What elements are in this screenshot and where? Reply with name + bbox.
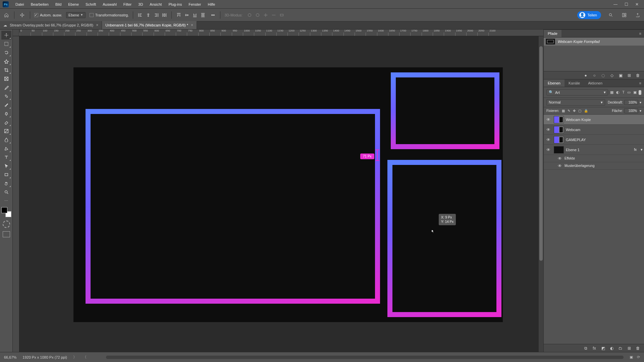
timeline-icon[interactable]: ▣: [630, 355, 633, 359]
screen-mode-toggle[interactable]: [3, 231, 10, 237]
distribute-h-icon[interactable]: [161, 12, 167, 18]
align-right-icon[interactable]: [153, 12, 159, 18]
doc-tab-2[interactable]: Unbenannt-1 bei 66,7% (Webcam Kopie, RGB…: [102, 21, 197, 29]
zoom-level[interactable]: 66,67%: [4, 355, 16, 359]
quick-select-tool[interactable]: [1, 57, 11, 66]
fill-path-icon[interactable]: ●: [583, 73, 588, 78]
auto-select-checkbox[interactable]: Autom. ausw.: [34, 13, 62, 17]
menu-schrift[interactable]: Schrift: [82, 1, 99, 8]
lasso-tool[interactable]: [1, 48, 11, 57]
sync-icon[interactable]: ⟳: [637, 355, 640, 359]
frame-webcam-kopie[interactable]: [387, 160, 501, 317]
link-layers-icon[interactable]: ⧉: [583, 346, 588, 351]
clone-stamp-tool[interactable]: [1, 109, 11, 118]
delete-layer-icon[interactable]: 🗑: [635, 346, 641, 351]
type-tool[interactable]: [1, 153, 11, 162]
vertical-ruler[interactable]: [13, 36, 19, 352]
effects-header[interactable]: 👁 Effekte: [544, 155, 644, 162]
tab-paths[interactable]: Pfade: [544, 30, 561, 37]
vertical-scrollbar[interactable]: [539, 36, 543, 352]
tab-layers[interactable]: Ebenen: [544, 79, 565, 87]
lock-artboard-icon[interactable]: ▢: [578, 109, 581, 113]
new-path-icon[interactable]: ⊞: [627, 73, 632, 78]
search-icon[interactable]: [607, 11, 614, 19]
eyedropper-tool[interactable]: [1, 83, 11, 92]
chevron-left-icon[interactable]: 〈: [83, 355, 87, 360]
lock-pixels-icon[interactable]: ▦: [562, 109, 565, 113]
layer-filter-select[interactable]: 🔍 Art ▾: [546, 89, 608, 96]
layer-row[interactable]: 👁 GAMEPLAY: [544, 135, 644, 145]
menu-bild[interactable]: Bild: [52, 1, 65, 8]
healing-tool[interactable]: [1, 92, 11, 101]
filter-adjust-icon[interactable]: ◐: [616, 90, 620, 95]
visibility-toggle[interactable]: 👁: [557, 156, 562, 161]
align-bottom-icon[interactable]: [192, 12, 198, 18]
lock-brush-icon[interactable]: ✎: [568, 109, 570, 113]
menu-3d[interactable]: 3D: [135, 1, 146, 8]
window-close[interactable]: ✕: [632, 1, 642, 8]
share-button[interactable]: 👤 Teilen: [577, 11, 601, 19]
panel-menu-icon[interactable]: ≡: [637, 81, 644, 85]
fx-badge[interactable]: fx: [634, 148, 637, 152]
doc-info[interactable]: 1920 Px x 1080 Px (72 ppi): [22, 355, 67, 359]
eraser-tool[interactable]: [1, 118, 11, 127]
edit-toolbar[interactable]: ⋯: [1, 196, 11, 205]
add-mask-icon[interactable]: ▣: [618, 73, 623, 78]
menu-ansicht[interactable]: Ansicht: [146, 1, 165, 8]
marquee-tool[interactable]: [1, 40, 11, 48]
selection-to-path-icon[interactable]: ◇: [609, 73, 614, 78]
fg-color[interactable]: [1, 207, 7, 213]
doc-tab-1[interactable]: ☁ Stream Overlay.psdc bei 66,7% (Gruppe …: [0, 21, 102, 29]
hand-tool[interactable]: [1, 179, 11, 188]
filter-shape-icon[interactable]: ▭: [627, 90, 631, 95]
fx-icon[interactable]: fx: [592, 346, 597, 351]
new-layer-icon[interactable]: ⊞: [627, 346, 632, 351]
frame-webcam[interactable]: [391, 72, 499, 149]
menu-fenster[interactable]: Fenster: [185, 1, 204, 8]
align-top-icon[interactable]: [176, 12, 182, 18]
visibility-toggle[interactable]: 👁: [545, 137, 552, 142]
filter-toggle[interactable]: [639, 90, 641, 95]
blur-tool[interactable]: [1, 135, 11, 144]
pen-tool[interactable]: [1, 144, 11, 153]
menu-ebene[interactable]: Ebene: [65, 1, 82, 8]
more-align-icon[interactable]: [210, 12, 216, 18]
home-icon[interactable]: [3, 11, 10, 19]
chevron-down-icon[interactable]: ▾: [640, 101, 641, 104]
crop-tool[interactable]: [1, 66, 11, 74]
transform-controls-checkbox[interactable]: Transformationsstrg.: [90, 13, 129, 17]
frame-tool[interactable]: [1, 74, 11, 83]
quick-mask-toggle[interactable]: [3, 221, 10, 228]
menu-hilfe[interactable]: Hilfe: [204, 1, 218, 8]
visibility-toggle[interactable]: 👁: [557, 164, 562, 168]
artboard[interactable]: [73, 67, 503, 322]
panel-menu-icon[interactable]: ≡: [637, 32, 644, 36]
chevron-down-icon[interactable]: ▾: [641, 147, 643, 152]
tab-channels[interactable]: Kanäle: [565, 79, 584, 87]
close-icon[interactable]: ×: [191, 23, 193, 27]
blend-mode-select[interactable]: Normal ▾: [546, 99, 605, 106]
menu-plugins[interactable]: Plug-ins: [165, 1, 185, 8]
distribute-v-icon[interactable]: [200, 12, 206, 18]
menu-bearbeiten[interactable]: Bearbeiten: [28, 1, 52, 8]
path-to-selection-icon[interactable]: ◌: [600, 73, 606, 78]
adjustment-layer-icon[interactable]: ◐: [609, 346, 614, 351]
lock-all-icon[interactable]: 🔒: [584, 109, 588, 113]
menu-filter[interactable]: Filter: [120, 1, 135, 8]
workspace-icon[interactable]: [621, 11, 628, 19]
delete-path-icon[interactable]: 🗑: [635, 73, 641, 78]
horizontal-scrollbar[interactable]: [106, 356, 624, 359]
layer-row[interactable]: 👁 Webcam Kopie: [544, 115, 644, 125]
auto-select-target[interactable]: Ebene ▼: [66, 12, 86, 18]
effect-item[interactable]: 👁 Musterüberlagerung: [544, 162, 644, 170]
horizontal-ruler[interactable]: 0501001502002503003504004505005506006507…: [19, 29, 543, 36]
chevron-right-icon[interactable]: 〉: [73, 355, 77, 360]
fg-bg-colors[interactable]: [1, 207, 11, 217]
path-select-tool[interactable]: [1, 162, 11, 170]
export-icon[interactable]: [634, 11, 641, 19]
close-icon[interactable]: ×: [96, 23, 98, 27]
move-tool-icon[interactable]: [18, 11, 26, 19]
layer-row[interactable]: 👁 Webcam: [544, 125, 644, 135]
window-maximize[interactable]: ☐: [621, 1, 631, 8]
zoom-tool[interactable]: [1, 188, 11, 196]
